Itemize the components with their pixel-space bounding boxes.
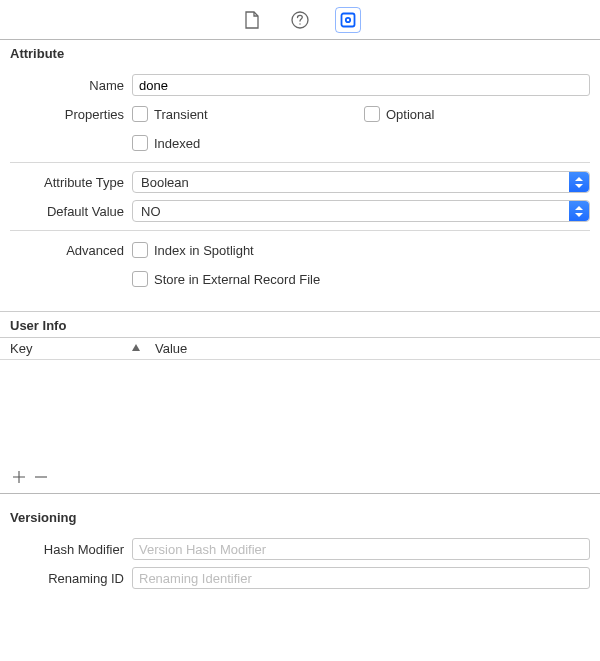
inspector-tab-bar xyxy=(0,0,600,40)
optional-checkbox[interactable]: Optional xyxy=(364,106,434,122)
attribute-type-value: Boolean xyxy=(141,175,189,190)
help-inspector-tab-icon[interactable] xyxy=(287,7,313,33)
renaming-id-label: Renaming ID xyxy=(10,571,132,586)
svg-rect-2 xyxy=(342,13,355,26)
chevron-updown-icon xyxy=(569,201,589,221)
optional-checkbox-label: Optional xyxy=(386,107,434,122)
properties-label: Properties xyxy=(10,107,132,122)
add-button[interactable] xyxy=(8,466,30,488)
default-value-label: Default Value xyxy=(10,204,132,219)
file-inspector-tab-icon[interactable] xyxy=(239,7,265,33)
external-record-checkbox-label: Store in External Record File xyxy=(154,272,320,287)
versioning-section-header: Versioning xyxy=(0,504,600,529)
versioning-form: Hash Modifier Renaming ID xyxy=(0,529,600,596)
default-value-value: NO xyxy=(141,204,161,219)
data-model-inspector-tab-icon[interactable] xyxy=(335,7,361,33)
svg-point-3 xyxy=(346,17,350,21)
sort-indicator-icon xyxy=(131,343,141,354)
indexed-checkbox[interactable]: Indexed xyxy=(132,135,200,151)
indexed-checkbox-label: Indexed xyxy=(154,136,200,151)
external-record-checkbox[interactable]: Store in External Record File xyxy=(132,271,320,287)
transient-checkbox-label: Transient xyxy=(154,107,208,122)
spotlight-checkbox[interactable]: Index in Spotlight xyxy=(132,242,254,258)
key-column-header: Key xyxy=(10,341,32,356)
user-info-table-header[interactable]: Key Value xyxy=(0,338,600,360)
attribute-type-select[interactable]: Boolean xyxy=(132,171,590,193)
attribute-form: Name Properties Transient Optional xyxy=(0,65,600,297)
chevron-updown-icon xyxy=(569,172,589,192)
advanced-label: Advanced xyxy=(10,243,132,258)
user-info-table: Key Value xyxy=(0,337,600,494)
renaming-id-input[interactable] xyxy=(132,567,590,589)
name-label: Name xyxy=(10,78,132,93)
default-value-select[interactable]: NO xyxy=(132,200,590,222)
user-info-section-header: User Info xyxy=(0,312,600,337)
attribute-type-label: Attribute Type xyxy=(10,175,132,190)
hash-modifier-input[interactable] xyxy=(132,538,590,560)
spotlight-checkbox-label: Index in Spotlight xyxy=(154,243,254,258)
transient-checkbox[interactable]: Transient xyxy=(132,106,208,122)
hash-modifier-label: Hash Modifier xyxy=(10,542,132,557)
name-input[interactable] xyxy=(132,74,590,96)
svg-point-1 xyxy=(299,23,300,24)
remove-button[interactable] xyxy=(30,466,52,488)
attribute-section-header: Attribute xyxy=(0,40,600,65)
user-info-table-body[interactable] xyxy=(0,360,600,464)
value-column-header: Value xyxy=(155,341,187,356)
